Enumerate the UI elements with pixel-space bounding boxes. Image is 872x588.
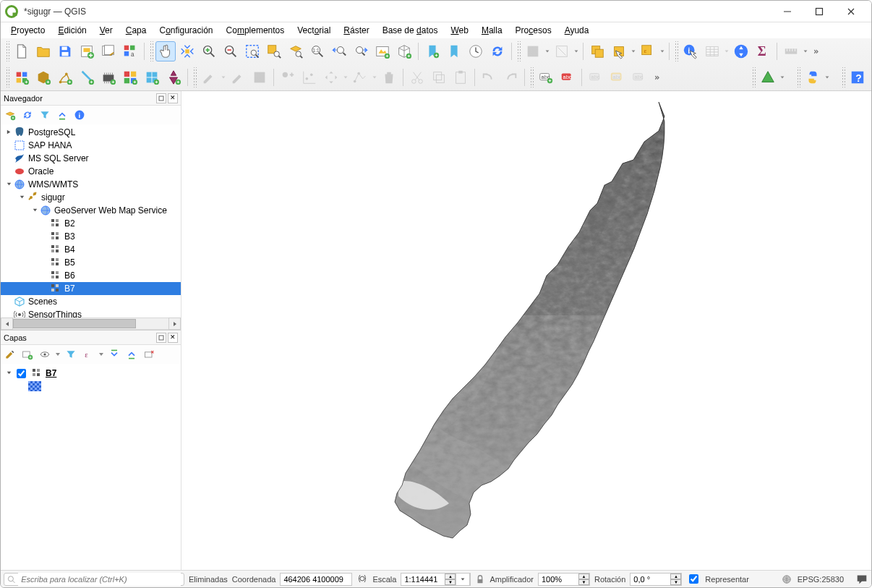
zoom-last-button[interactable] [329, 41, 349, 61]
select-by-value-menu[interactable] [659, 48, 666, 54]
toolbar-overflow-icon[interactable]: » [809, 46, 824, 56]
measure-menu[interactable] [802, 48, 809, 54]
window-close-button[interactable] [835, 1, 867, 22]
render-checkbox[interactable] [689, 574, 698, 584]
remove-layer-button[interactable] [141, 346, 157, 362]
new-project-button[interactable] [12, 41, 32, 61]
zoom-native-button[interactable]: 1:1 [307, 41, 328, 61]
browser-item-mssql[interactable]: MS SQL Server [1, 152, 181, 165]
new-virtual-layer-button[interactable] [163, 67, 184, 88]
add-group-button[interactable] [20, 346, 35, 362]
crs-icon[interactable] [782, 574, 792, 584]
layers-tree[interactable]: B7 [1, 364, 181, 570]
browser-item-oracle[interactable]: Oracle [1, 165, 181, 178]
toolbar-grip[interactable] [516, 41, 521, 61]
lock-icon[interactable] [475, 574, 485, 584]
toolbar-overflow-icon[interactable]: » [650, 72, 664, 82]
new-geopackage-button[interactable] [33, 67, 54, 88]
panel-close-button[interactable]: ✕ [168, 93, 178, 103]
rotation-spin[interactable]: ▲▼ [630, 573, 682, 586]
select-by-value-button[interactable]: ε [638, 41, 658, 61]
visibility-menu[interactable] [54, 346, 61, 362]
layout-manager-button[interactable] [98, 41, 119, 61]
add-layer-icon[interactable] [2, 107, 18, 123]
zoom-in-button[interactable] [199, 41, 219, 61]
deselect-menu[interactable] [573, 48, 580, 54]
toolbar-grip[interactable] [674, 41, 678, 61]
pan-tool-button[interactable] [155, 41, 176, 61]
browser-item-b3[interactable]: B3 [1, 230, 181, 243]
collapse-all-button[interactable] [124, 346, 140, 362]
browser-tree[interactable]: PostgreSQL SAP HANA MS SQL Server Oracle… [1, 124, 181, 318]
toolbar-grip[interactable] [192, 67, 197, 88]
layer-item-b7[interactable]: B7 [4, 367, 178, 380]
new-bookmark-button[interactable] [422, 41, 443, 61]
zoom-to-selection-button[interactable] [264, 41, 284, 61]
toolbar-grip[interactable] [529, 67, 534, 88]
rotation-input[interactable] [631, 575, 670, 584]
browser-item-saphana[interactable]: SAP HANA [1, 139, 181, 152]
menu-web[interactable]: Web [448, 24, 471, 37]
browser-item-sigugr[interactable]: sigugr [1, 191, 181, 204]
browser-item-sensorthings[interactable]: SensorThings [1, 308, 181, 318]
menu-configuracion[interactable]: Configuración [156, 24, 215, 37]
browser-item-wms[interactable]: WMS/WMTS [1, 178, 181, 191]
coordinate-input[interactable] [280, 573, 352, 586]
menu-malla[interactable]: Malla [479, 24, 505, 37]
statistics-button[interactable]: Σ [753, 41, 773, 61]
new-gpx-layer-button[interactable] [142, 67, 162, 88]
extents-icon[interactable] [356, 573, 368, 586]
window-maximize-button[interactable] [803, 1, 835, 22]
menu-ver[interactable]: Ver [97, 24, 116, 37]
magnifier-spin[interactable]: ▲▼ [538, 573, 590, 586]
python-console-button[interactable] [803, 67, 823, 88]
visibility-button[interactable] [37, 346, 53, 362]
browser-item-postgresql[interactable]: PostgreSQL [1, 126, 181, 139]
toolbar-grip[interactable] [796, 67, 800, 88]
open-project-button[interactable] [33, 41, 54, 61]
layer-visibility-checkbox[interactable] [17, 369, 26, 378]
locator-search[interactable] [4, 573, 184, 586]
menu-proyecto[interactable]: Proyecto [8, 24, 48, 37]
menu-raster[interactable]: Ráster [341, 24, 372, 37]
refresh-browser-button[interactable] [20, 107, 35, 123]
toolbar-grip[interactable] [751, 67, 756, 88]
panel-close-button[interactable]: ✕ [168, 333, 178, 343]
georeferencer-button[interactable] [758, 67, 778, 88]
new-memory-layer-button[interactable] [98, 67, 119, 88]
browser-item-b4[interactable]: B4 [1, 243, 181, 256]
filter-expr-button[interactable]: ε [80, 346, 96, 362]
panel-float-button[interactable] [156, 333, 166, 343]
new-spatialite-button[interactable] [77, 67, 97, 88]
collapse-all-button[interactable] [54, 107, 70, 123]
layer-styling-button[interactable] [2, 346, 18, 362]
zoom-out-button[interactable] [221, 41, 241, 61]
new-print-layout-button[interactable] [77, 41, 97, 61]
toolbar-grip[interactable] [841, 67, 845, 88]
menu-edicion[interactable]: Edición [55, 24, 89, 37]
filter-map-menu[interactable] [544, 48, 551, 54]
menu-complementos[interactable]: Complementos [223, 24, 288, 37]
new-3d-view-button[interactable] [394, 41, 414, 61]
select-features-menu[interactable] [630, 48, 637, 54]
magnifier-input[interactable] [539, 575, 578, 584]
scale-dropdown-button[interactable] [456, 573, 470, 586]
toolbar-grip[interactable] [149, 41, 153, 61]
scale-input[interactable] [401, 575, 445, 584]
expand-all-button[interactable] [106, 346, 122, 362]
temporal-controller-button[interactable] [466, 41, 486, 61]
field-calculator-button[interactable] [731, 41, 751, 61]
help-button[interactable]: ? [847, 67, 868, 88]
show-bookmarks-button[interactable] [444, 41, 464, 61]
new-shapefile-button[interactable] [55, 67, 75, 88]
crs-label[interactable]: EPSG:25830 [798, 575, 844, 584]
browser-item-geoserver[interactable]: GeoServer Web Map Service [1, 204, 181, 217]
diagram-tool-button[interactable]: abc [557, 67, 578, 88]
menu-vectorial[interactable]: Vectorial [294, 24, 333, 37]
menu-basededatos[interactable]: Base de datos [380, 24, 441, 37]
data-source-manager-button[interactable] [12, 67, 32, 88]
panel-float-button[interactable] [156, 93, 166, 103]
toolbar-grip[interactable] [5, 41, 9, 61]
locator-input[interactable] [18, 573, 181, 586]
new-mesh-layer-button[interactable] [120, 67, 140, 88]
